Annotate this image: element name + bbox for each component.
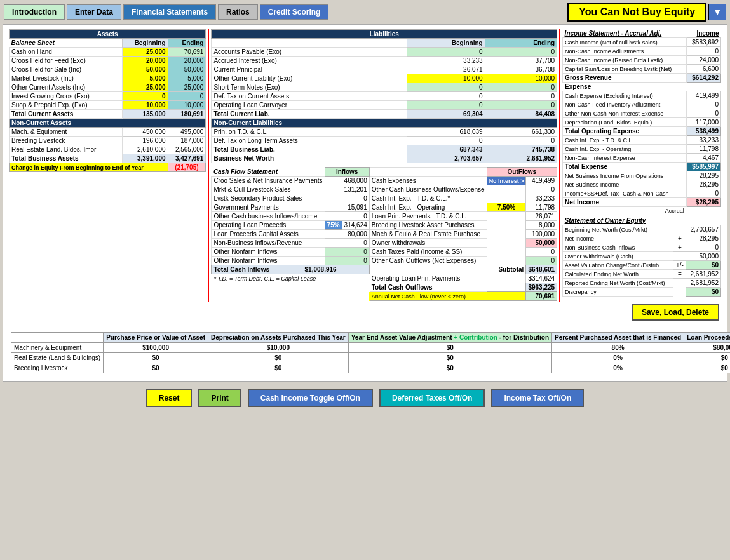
table-row: Other Current Assets (Inc)25,00025,000 xyxy=(10,83,206,92)
annual-net-cash-flow-row: Annual Net Cash Flow (never < zero) 70,6… xyxy=(212,292,557,301)
table-row: Loan Proceeds Capital Assets 80,000 Mach… xyxy=(212,230,557,239)
table-row: Non-Cash Income (Raised Brda Lvstk)24,00… xyxy=(563,56,721,65)
table-row: Non-Business Inflows/Revenue 0 Owner wit… xyxy=(212,239,557,248)
income-statement-title: Income Statement - Accrual Adj. xyxy=(563,29,687,38)
asset-row-breeding-livestock: Breeding Livestock $0 $0 $0 0% $0 $0 $0 … xyxy=(11,363,731,373)
table-row: Croos Held for Feed (Exo)20,00020,000 xyxy=(10,57,206,65)
cash-flow-table: Cash Flow Statement Inflows OutFlows Cro… xyxy=(211,167,557,301)
col-year-end-asset: Year End Asset Value Adjustment + Contri… xyxy=(348,333,551,343)
balance-sheet-section: Assets Balance Sheet Beginning Ending Ca… xyxy=(7,29,208,302)
asset-purchase-section: Purchase Price or Value of Asset Depreci… xyxy=(7,328,723,377)
bl-year-end-asset: $0 xyxy=(348,363,551,373)
page-title: You Can Not Buy Equity xyxy=(567,3,706,22)
col-loan-proceeds: Loan Proceeds Received xyxy=(684,333,730,343)
change-equity-label: Change in Equity From Beginning to End o… xyxy=(10,163,168,172)
gross-revenue-row: Gross Revenue$614,292 xyxy=(563,74,721,83)
col-purchase-price: Purchase Price or Value of Asset xyxy=(104,333,208,343)
col-ending-header: Ending xyxy=(168,39,206,48)
tab-introduction[interactable]: Introduction xyxy=(4,4,65,20)
expense-header: Expense xyxy=(563,83,687,91)
table-row: Accrued Interest (Exo)33,23337,700 xyxy=(212,57,557,65)
equity-statement-table: Statement of Owner Equity Beginning Net … xyxy=(562,217,721,297)
table-row: Cash Income (Net of cull lvstk sales)$58… xyxy=(563,38,721,47)
liabilities-header: Liabilities xyxy=(212,30,557,39)
liab-ending-header: Ending xyxy=(485,39,557,48)
re-year-end-asset: $0 xyxy=(348,353,551,363)
non-current-liab-header: Non-Current Liabilities xyxy=(212,119,557,128)
bl-percent-financed: 0% xyxy=(552,363,684,373)
liab-beginning-header: Beginning xyxy=(407,39,485,48)
mach-loan-proceeds: $80,000 xyxy=(684,343,730,353)
total-current-assets-row: Total Current Assets135,000180,691 xyxy=(10,110,206,119)
top-navigation: Introduction Enter Data Financial Statem… xyxy=(0,0,730,24)
liabilities-cashflow-section: Liabilities Beginning Ending Accounts Pa… xyxy=(208,29,560,302)
income-tax-button[interactable]: Income Tax Off/On xyxy=(491,389,584,407)
table-row: Accounts Pavable (Exo)00 xyxy=(212,48,557,57)
mach-purchase-price: $100,000 xyxy=(104,343,208,353)
table-row: Market Livestock (Inc)5,0005,000 xyxy=(10,74,206,83)
table-row: Other Nonfarm Inflows 0 Other Cash Outfl… xyxy=(212,257,557,265)
asset-table-header: Purchase Price or Value of Asset Depreci… xyxy=(11,333,731,343)
total-business-assets-row: Total Business Assets3,391,0003,427,691 xyxy=(10,154,206,163)
financial-statements-table: Assets Balance Sheet Beginning Ending Ca… xyxy=(7,29,723,302)
total-expense-row: Total Expense$585,997 xyxy=(563,163,721,171)
print-button[interactable]: Print xyxy=(198,389,241,407)
mach-year-end-asset: $0 xyxy=(348,343,551,353)
table-row: Non-Cash Interest Expense4,467 xyxy=(563,154,721,163)
asset-row-real-estate: Real Estate (Land & Buildings) $0 $0 $0 … xyxy=(11,353,731,363)
total-current-liab-row: Total Current Liab.69,30484,408 xyxy=(212,110,557,119)
table-row: Non-Cash Income Adiustments0 xyxy=(563,47,721,56)
table-row: Cash on Hand25,00070,691 xyxy=(10,48,206,57)
mach-depreciation: $10,000 xyxy=(208,343,349,353)
bl-loan-proceeds: $0 xyxy=(684,363,730,373)
cf-title: Cash Flow Statement xyxy=(212,168,325,177)
col-beginning-header: Beginning xyxy=(123,39,168,48)
cash-income-toggle-button[interactable]: Cash Income Toggle Off/On xyxy=(248,389,373,407)
tab-enter-data[interactable]: Enter Data xyxy=(67,4,121,20)
change-equity-value: (21,705) xyxy=(168,163,206,172)
table-row: Owner Withdrawals (Cash)-50,000 xyxy=(563,252,721,261)
table-row: Beginning Net Worth (Cost/Mrkt)2,703,657 xyxy=(563,225,721,234)
inflows-header: Inflows xyxy=(325,168,369,177)
col-depreciation: Depreciation on Assets Purchased This Ye… xyxy=(208,333,349,343)
reset-button[interactable]: Reset xyxy=(146,389,193,407)
op-loan-percent: 75% xyxy=(325,221,342,230)
assets-header: Assets xyxy=(10,30,206,39)
tab-financial-statements[interactable]: Financial Statements xyxy=(123,4,216,20)
col-percent-financed: Percent Purchased Asset that is Financed xyxy=(552,333,684,343)
equity-title: Statement of Owner Equity xyxy=(563,217,721,225)
tab-credit-scoring[interactable]: Credit Scoring xyxy=(260,4,329,20)
col-asset-label xyxy=(11,333,104,343)
table-row: Accrual xyxy=(563,207,721,215)
table-row: Net Business Income From Operations28,29… xyxy=(563,171,721,180)
table-row: Operating Loan Carrvoyer00 xyxy=(212,101,557,110)
mach-percent-financed: 80% xyxy=(552,343,684,353)
save-button-row: Save, Load, Delete xyxy=(7,302,723,322)
title-dropdown[interactable]: ▼ xyxy=(708,4,726,20)
re-purchase-price: $0 xyxy=(104,353,208,363)
table-row: Croos Held for Sale (Inc)50,00050,000 xyxy=(10,65,206,74)
discrepancy-row: Discrepancy$0 xyxy=(563,288,721,297)
table-row: Def. Tax on Long Term Assets00 xyxy=(212,137,557,145)
change-equity-row: Change in Equity From Beginning to End o… xyxy=(10,163,206,172)
table-row: Suop.& Prepaid Exp. (Exo)10,00010,000 xyxy=(10,101,206,110)
total-operating-expense-row: Total Operating Expense536,499 xyxy=(563,127,721,136)
bl-depreciation: $0 xyxy=(208,363,349,373)
table-row: Cash Expense (Excluding Interest)419,499 xyxy=(563,91,721,100)
asset-purchase-table: Purchase Price or Value of Asset Depreci… xyxy=(11,332,730,373)
asset-row-machinery: Machinery & Equipment $100,000 $10,000 $… xyxy=(11,343,731,353)
table-row: Reported Ending Net Worth (Cost/Mrkt)2,6… xyxy=(563,279,721,288)
re-depreciation: $0 xyxy=(208,353,349,363)
tab-ratios[interactable]: Ratios xyxy=(218,4,258,20)
table-row: Breeding Livestock196,000187,000 xyxy=(10,137,206,145)
deferred-taxes-button[interactable]: Deferred Taxes Off/On xyxy=(379,389,485,407)
liabilities-table: Liabilities Beginning Ending Accounts Pa… xyxy=(211,29,557,166)
outflows-header: OutFlows xyxy=(487,168,557,177)
save-load-delete-button[interactable]: Save, Load, Delete xyxy=(632,304,719,321)
interest-rate: 7.50% xyxy=(487,203,526,212)
balance-sheet-title: Balance Sheet xyxy=(10,39,123,48)
table-row: Non-Business Cash Inflows+0 xyxy=(563,243,721,252)
table-row: Mach. & Equipment450,000495,000 xyxy=(10,128,206,137)
table-row: Lvstk Secondary Product Sales 0 Cash Int… xyxy=(212,194,557,203)
table-row: Non-Cash Feed Inventory Adiustment0 xyxy=(563,100,721,109)
